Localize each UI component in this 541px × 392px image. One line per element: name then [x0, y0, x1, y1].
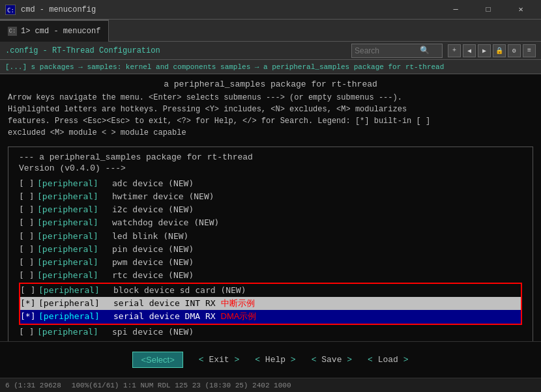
menu-icon[interactable]: ≡ [523, 44, 536, 57]
tag: [peripheral] [38, 284, 113, 297]
toolbar-icons: + ◀ ▶ 🔒 ⚙ ≡ [448, 44, 536, 57]
item-name: hwtimer device (NEW) [112, 190, 214, 203]
add-icon[interactable]: + [448, 44, 461, 57]
bottom-bar: <Select> < Exit > < Help > < Save > < Lo… [0, 341, 541, 378]
bracket: [ ] [19, 256, 37, 269]
list-item[interactable]: [ ] [peripheral] pin device (NEW) [19, 243, 522, 256]
help-line1: Arrow keys navigate the menu. <Enter> se… [8, 92, 533, 104]
list-item[interactable]: [ ] [peripheral] i2c device (NEW) [19, 203, 522, 216]
load-button[interactable]: < Load > [368, 355, 408, 365]
item-name: spi device (NEW) [112, 326, 194, 339]
cmd-icon: C: [5, 5, 16, 15]
maximize-button[interactable]: □ [473, 0, 503, 20]
bracket: [ ] [19, 216, 37, 229]
list-item[interactable]: [ ] [peripheral] hwtimer device (NEW) [19, 190, 522, 203]
select-button[interactable]: <Select> [132, 352, 183, 368]
help-text: Arrow keys navigate the menu. <Enter> se… [8, 92, 533, 139]
bracket: [ ] [19, 326, 37, 339]
status-text1: 6 (1:31 29628 [5, 382, 61, 389]
bracket: [*] [20, 297, 38, 310]
back-icon[interactable]: ◀ [463, 44, 476, 57]
tag: [peripheral] [37, 243, 112, 256]
tag: [peripheral] [37, 269, 112, 282]
bracket: [ ] [19, 203, 37, 216]
exit-button[interactable]: < Exit > [199, 355, 239, 365]
item-name: rtc device (NEW) [112, 269, 194, 282]
search-box[interactable]: 🔍 [351, 44, 443, 58]
chinese-label: 中断示例 [221, 297, 255, 310]
settings-icon[interactable]: ⚙ [508, 44, 521, 57]
tab-icon: C: [8, 27, 17, 36]
list-item[interactable]: [ ] [peripheral] led blink (NEW) [19, 230, 522, 243]
list-item[interactable]: [*] [peripheral] serial device INT RX 中断… [20, 297, 521, 310]
save-button[interactable]: < Save > [312, 355, 352, 365]
bracket: [*] [20, 310, 38, 323]
bracket: [ ] [19, 190, 37, 203]
item-name: serial device DMA RX [113, 310, 216, 323]
title-bar-left: C: cmd - menuconfig [5, 5, 96, 15]
bracket: [ ] [19, 269, 37, 282]
tag: [peripheral] [37, 203, 112, 216]
search-input[interactable] [355, 46, 420, 55]
tag: [peripheral] [37, 177, 112, 190]
window-title: cmd - menuconfig [21, 5, 96, 14]
help-line2: Highlighted letters are hotkeys. Pressin… [8, 104, 533, 115]
tab-label: 1> cmd - menuconf [21, 27, 100, 36]
breadcrumb-bar: [...] s packages → samples: kernel and c… [0, 60, 541, 74]
menu-title: --- a peripheral_samples package for rt-… [19, 152, 522, 162]
item-name: block device sd card (NEW) [113, 284, 246, 297]
title-bar: C: cmd - menuconfig ─ □ ✕ [0, 0, 541, 20]
menu-items-list: [ ] [peripheral] adc device (NEW) [ ] [p… [19, 177, 522, 341]
list-item[interactable]: [ ] [peripheral] rtc device (NEW) [19, 269, 522, 282]
tab-bar: C: 1> cmd - menuconf [0, 20, 541, 42]
menu-version: Version (v0.4.0) ---> [19, 163, 522, 173]
menu-container: --- a peripheral_samples package for rt-… [8, 147, 533, 341]
item-name: can device (NEW) [112, 339, 194, 341]
search-icon[interactable]: 🔍 [420, 46, 430, 55]
close-button[interactable]: ✕ [506, 0, 536, 20]
minimize-button[interactable]: ─ [441, 0, 471, 20]
help-line3: features. Press <Esc><Esc> to exit, <?> … [8, 115, 533, 127]
item-name: i2c device (NEW) [112, 203, 194, 216]
item-name: pwm device (NEW) [112, 256, 194, 269]
list-item[interactable]: [*] [peripheral] serial device DMA RX DM… [20, 310, 521, 323]
svg-text:C:: C: [7, 7, 14, 14]
list-item[interactable]: [ ] [peripheral] spi device (NEW) [19, 326, 522, 339]
bracket: [ ] [19, 243, 37, 256]
tag: [peripheral] [37, 230, 112, 243]
status-text2: 100%(61/61) 1:1 NUM RDL 125 23 (18:30 25… [72, 382, 291, 389]
address-path: .config - RT-Thread Configuration [5, 46, 346, 55]
tag: [peripheral] [38, 297, 113, 310]
bracket: [ ] [20, 284, 38, 297]
main-content: a peripheral_samples package for rt-thre… [0, 74, 541, 341]
lock-icon[interactable]: 🔒 [493, 44, 506, 57]
item-name: serial device INT RX [113, 297, 216, 310]
help-line4: excluded <M> module < > module capable [8, 127, 533, 139]
chinese-label: DMA示例 [221, 310, 257, 323]
tag: [peripheral] [37, 326, 112, 339]
forward-icon[interactable]: ▶ [478, 44, 491, 57]
help-button[interactable]: < Help > [255, 355, 295, 365]
list-item[interactable]: [ ] [peripheral] block device sd card (N… [20, 284, 521, 297]
content-title: a peripheral_samples package for rt-thre… [8, 79, 533, 89]
breadcrumb: [...] s packages → samples: kernel and c… [5, 63, 444, 71]
bracket: [ ] [19, 177, 37, 190]
title-bar-controls: ─ □ ✕ [441, 0, 536, 20]
tag: [peripheral] [37, 256, 112, 269]
status-bar: 6 (1:31 29628 100%(61/61) 1:1 NUM RDL 12… [0, 378, 541, 392]
tag: [peripheral] [37, 339, 112, 341]
item-name: pin device (NEW) [112, 243, 194, 256]
item-name: watchdog device (NEW) [112, 216, 219, 229]
tag: [peripheral] [38, 310, 113, 323]
list-item[interactable]: [ ] [peripheral] pwm device (NEW) [19, 256, 522, 269]
tag: [peripheral] [37, 216, 112, 229]
outlined-group: [ ] [peripheral] block device sd card (N… [19, 283, 522, 324]
address-bar: .config - RT-Thread Configuration 🔍 + ◀ … [0, 42, 541, 60]
tab-cmd[interactable]: C: 1> cmd - menuconf [0, 20, 109, 42]
bracket: [ ] [19, 339, 37, 341]
item-name: adc device (NEW) [112, 177, 194, 190]
list-item[interactable]: [ ] [peripheral] watchdog device (NEW) [19, 216, 522, 229]
list-item[interactable]: [ ] [peripheral] adc device (NEW) [19, 177, 522, 190]
bracket: [ ] [19, 230, 37, 243]
tag: [peripheral] [37, 190, 112, 203]
